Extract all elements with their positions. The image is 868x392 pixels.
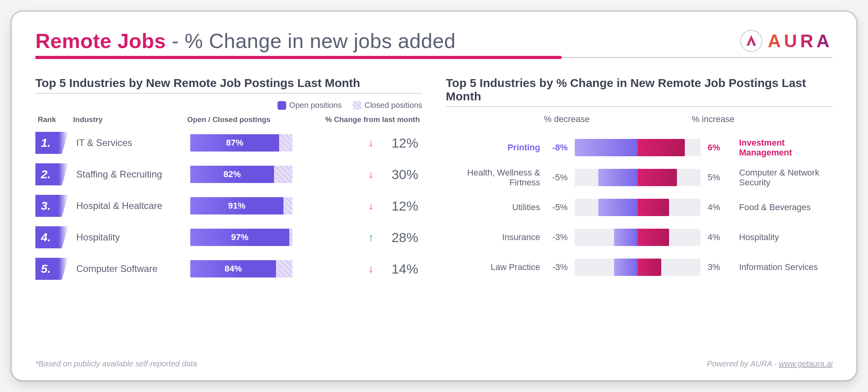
legend-closed: Closed positions bbox=[353, 101, 422, 110]
increase-value: 5% bbox=[704, 172, 735, 183]
increase-value: 4% bbox=[704, 232, 735, 242]
diverging-track bbox=[575, 169, 701, 186]
legend-open: Open positions bbox=[278, 101, 342, 110]
change-cell: ↓30% bbox=[292, 167, 422, 182]
title-strong: Remote Jobs bbox=[35, 30, 166, 52]
footer: *Based on publicly available self-report… bbox=[35, 359, 833, 368]
increase-industry: Hospitality bbox=[735, 232, 833, 242]
decrease-industry: Health, Wellness & Firtness bbox=[446, 168, 540, 188]
change-value: 28% bbox=[381, 230, 418, 245]
increase-bar bbox=[638, 199, 669, 216]
decrease-value: -8% bbox=[540, 142, 571, 153]
postings-bar: 97% bbox=[190, 229, 292, 246]
rank-badge: 2. bbox=[35, 163, 68, 185]
increase-value: 6% bbox=[704, 142, 735, 153]
diverging-track bbox=[575, 259, 701, 276]
change-value: 14% bbox=[381, 261, 418, 277]
arrow-down-icon: ↓ bbox=[368, 263, 373, 275]
rank-badge: 1. bbox=[35, 132, 68, 154]
rank-badge: 3. bbox=[35, 195, 68, 217]
legend-open-label: Open positions bbox=[289, 101, 342, 110]
industry-name: Staffing & Recruiting bbox=[68, 169, 190, 180]
legend: Open positions Closed positions bbox=[35, 101, 422, 110]
decrease-value: -3% bbox=[540, 262, 571, 272]
industry-name: Hospitality bbox=[68, 232, 190, 243]
increase-bar bbox=[638, 259, 661, 276]
increase-industry: Investment Management bbox=[735, 138, 833, 158]
rank-badge: 5. bbox=[35, 258, 68, 280]
diverging-row: Insurance-3%4%Hospitality bbox=[446, 224, 833, 250]
rank-badge: 4. bbox=[35, 226, 68, 248]
increase-label: % increase bbox=[692, 114, 735, 124]
postings-bar: 91% bbox=[190, 197, 292, 214]
change-value: 12% bbox=[381, 135, 418, 151]
aura-link[interactable]: www.getaura.ai bbox=[779, 359, 833, 368]
decrease-bar bbox=[614, 229, 638, 246]
open-bar: 87% bbox=[190, 134, 279, 152]
legend-closed-label: Closed positions bbox=[364, 101, 422, 110]
table-row: 1.IT & Services87%↓12% bbox=[35, 129, 422, 156]
change-value: 12% bbox=[381, 198, 418, 214]
col-change: % Change from last month bbox=[297, 115, 420, 124]
open-bar: 97% bbox=[190, 229, 289, 246]
decrease-value: -5% bbox=[540, 202, 571, 213]
open-bar: 91% bbox=[190, 197, 283, 214]
col-rank: Rank bbox=[38, 115, 73, 124]
header-rule bbox=[35, 56, 833, 59]
decrease-bar bbox=[598, 199, 638, 216]
decrease-label: % decrease bbox=[544, 114, 589, 124]
right-panel-title: Top 5 Industries by % Change in New Remo… bbox=[446, 76, 833, 103]
change-cell: ↑28% bbox=[292, 230, 422, 245]
industry-name: Hospital & Healtcare bbox=[68, 200, 190, 211]
decrease-value: -3% bbox=[540, 232, 571, 242]
col-industry: Industry bbox=[73, 115, 187, 124]
arrow-up-icon: ↑ bbox=[368, 231, 373, 244]
aura-logo-icon bbox=[740, 30, 762, 52]
increase-bar bbox=[638, 169, 677, 186]
open-bar: 82% bbox=[190, 166, 274, 183]
brand-name: AURA bbox=[768, 30, 833, 52]
change-cell: ↓14% bbox=[292, 261, 422, 277]
postings-bar: 82% bbox=[190, 166, 292, 183]
postings-bar: 84% bbox=[190, 260, 292, 277]
table-row: 4.Hospitality97%↑28% bbox=[35, 224, 422, 251]
powered-by: Powered by AURA - www.getaura.ai bbox=[707, 359, 833, 368]
diverging-header: % decrease % increase bbox=[446, 114, 833, 124]
table-row: 3.Hospital & Healtcare91%↓12% bbox=[35, 192, 422, 219]
increase-bar bbox=[638, 229, 669, 246]
industry-name: IT & Services bbox=[68, 137, 190, 148]
decrease-bar bbox=[575, 139, 638, 156]
legend-closed-swatch bbox=[353, 101, 361, 110]
increase-industry: Food & Beverages bbox=[735, 202, 833, 212]
arrow-down-icon: ↓ bbox=[368, 168, 373, 181]
change-cell: ↓12% bbox=[292, 135, 422, 151]
table-body: 1.IT & Services87%↓12%2.Staffing & Recru… bbox=[35, 129, 422, 282]
open-bar: 84% bbox=[190, 260, 276, 277]
change-cell: ↓12% bbox=[292, 198, 422, 214]
footnote: *Based on publicly available self-report… bbox=[35, 359, 197, 368]
header: Remote Jobs - % Change in new jobs added… bbox=[35, 29, 833, 53]
report-card: Remote Jobs - % Change in new jobs added… bbox=[12, 12, 856, 380]
diverging-row: Law Practice-3%3%Information Services bbox=[446, 254, 833, 280]
industry-name: Computer Software bbox=[68, 263, 190, 274]
decrease-industry: Utilities bbox=[446, 202, 540, 212]
diverging-row: Health, Wellness & Firtness-5%5%Computer… bbox=[446, 165, 833, 190]
diverging-track bbox=[575, 199, 701, 216]
decrease-bar bbox=[598, 169, 638, 186]
decrease-industry: Law Practice bbox=[446, 262, 540, 272]
left-panel: Top 5 Industries by New Remote Job Posti… bbox=[35, 76, 422, 287]
decrease-industry: Insurance bbox=[446, 232, 540, 242]
change-value: 30% bbox=[381, 167, 418, 182]
table-row: 2.Staffing & Recruiting82%↓30% bbox=[35, 161, 422, 188]
diverging-row: Utilities-5%4%Food & Beverages bbox=[446, 194, 833, 220]
diverging-body: Printing-8%6%Investment ManagementHealth… bbox=[446, 135, 833, 280]
increase-value: 3% bbox=[704, 262, 735, 272]
decrease-industry: Printing bbox=[446, 142, 540, 152]
legend-open-swatch bbox=[278, 101, 286, 110]
title-rest: - % Change in new jobs added bbox=[172, 30, 456, 52]
diverging-track bbox=[575, 139, 701, 156]
table-row: 5.Computer Software84%↓14% bbox=[35, 255, 422, 282]
brand: AURA bbox=[740, 30, 833, 52]
table-header: Rank Industry Open / Closed postings % C… bbox=[35, 115, 422, 129]
postings-bar: 87% bbox=[190, 134, 292, 152]
